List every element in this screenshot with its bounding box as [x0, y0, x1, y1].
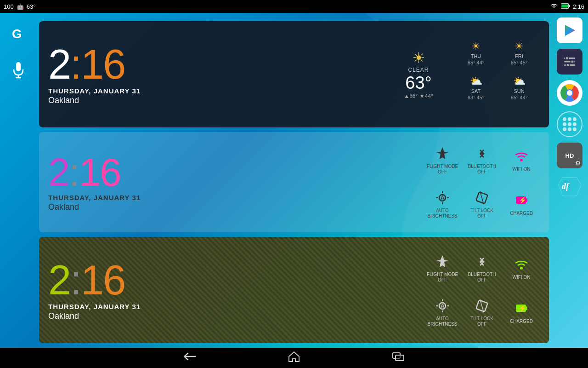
- clock: 2:16: [573, 3, 584, 10]
- left-sidebar: G: [0, 13, 37, 348]
- svg-point-19: [520, 159, 523, 161]
- svg-point-11: [565, 57, 569, 60]
- weather-range-1: ▲66° ▼44°: [404, 93, 433, 99]
- toggle-flight-3[interactable]: FLIGHT MODEOFF: [424, 247, 461, 289]
- clock-section-1: 2:16 THURSDAY, JANUARY 31 Oakland: [48, 44, 177, 105]
- svg-point-31: [520, 267, 523, 270]
- forecast-thu: ☀ THU 65° 44°: [455, 40, 497, 74]
- clock-section-2: 2:16 THURSDAY, JANUARY 31 Oakland: [48, 153, 177, 212]
- svg-point-12: [571, 60, 574, 63]
- clock-time-1: 2:16: [48, 44, 177, 85]
- df-icon[interactable]: df: [557, 174, 582, 200]
- main-content: 2:16 THURSDAY, JANUARY 31 Oakland ☀ CLEA…: [37, 17, 551, 348]
- forecast-sun: ⛅ SUN 65° 44°: [498, 75, 540, 109]
- toggle-bluetooth-3[interactable]: BLUETOOTHOFF: [464, 247, 500, 289]
- hour-2: 2: [48, 150, 69, 194]
- weather-1: ☀ CLEAR 63° ▲66° ▼44° ☀ THU 65° 44° ☀: [186, 40, 540, 109]
- toggle-bluetooth-2[interactable]: BLUETOOTHOFF: [464, 139, 500, 181]
- status-bar: 100 🤖 63° 2:16: [0, 0, 588, 13]
- widget-2: 2:16 THURSDAY, JANUARY 31 Oakland FLIGHT…: [39, 132, 549, 232]
- min-2: 16: [79, 150, 121, 194]
- date-2: THURSDAY, JANUARY 31: [48, 194, 177, 201]
- google-icon[interactable]: G: [7, 22, 30, 45]
- toggle-charged-3[interactable]: ⚡ CHARGED: [503, 292, 540, 333]
- battery-icon: [561, 3, 570, 10]
- svg-text:A: A: [441, 195, 445, 201]
- weather-label-1: CLEAR: [408, 67, 429, 73]
- toggle-wifi-3[interactable]: WIFI ON: [503, 247, 540, 289]
- svg-text:G: G: [12, 27, 22, 41]
- status-bar-left: 100 🤖 63°: [4, 3, 35, 10]
- date-3: THURSDAY, JANUARY 31: [48, 303, 177, 310]
- city-1: Oakland: [48, 96, 177, 105]
- back-button[interactable]: [183, 351, 196, 364]
- toggle-charged-2[interactable]: ⚡ CHARGED: [503, 184, 540, 225]
- svg-rect-44: [396, 355, 404, 361]
- date-1: THURSDAY, JANUARY 31: [48, 87, 177, 95]
- forecast-sat: ⛅ SAT 63° 45°: [455, 75, 497, 109]
- svg-rect-1: [569, 5, 570, 7]
- apps-icon[interactable]: [557, 111, 582, 137]
- temperature: 63°: [27, 3, 36, 10]
- svg-rect-4: [16, 62, 21, 71]
- home-button[interactable]: [288, 351, 300, 365]
- svg-text:⚡: ⚡: [519, 305, 527, 312]
- hour-3: 2: [48, 257, 70, 303]
- toggle-wifi-2[interactable]: WIFI ON: [503, 139, 540, 181]
- hd-icon[interactable]: HD ⚙: [557, 143, 582, 168]
- forecast-fri: ☀ FRI 65° 45°: [498, 40, 540, 74]
- weather-sun-icon: ☀: [412, 49, 425, 67]
- svg-marker-7: [565, 25, 575, 36]
- recent-button[interactable]: [392, 351, 405, 365]
- toggle-brightness-2[interactable]: A AUTOBRIGHTNESS: [424, 184, 461, 225]
- min-3: 16: [81, 257, 125, 303]
- toggle-tilt-3[interactable]: TILT LOCKOFF: [464, 292, 500, 333]
- svg-text:df: df: [562, 182, 570, 191]
- clock-time-3: 2:16: [48, 259, 177, 301]
- colon-1: :: [70, 41, 81, 87]
- mic-icon[interactable]: [7, 59, 30, 82]
- widget-1: 2:16 THURSDAY, JANUARY 31 Oakland ☀ CLEA…: [39, 21, 549, 127]
- toggles-3: FLIGHT MODEOFF BLUETOOTHOFF WIFI ON: [424, 247, 540, 333]
- current-weather-1: ☀ CLEAR 63° ▲66° ▼44°: [396, 49, 441, 99]
- toggles-2: FLIGHT MODEOFF BLUETOOTHOFF WIFI ON: [424, 139, 540, 225]
- settings-icon[interactable]: [557, 49, 582, 75]
- status-bar-right: 2:16: [550, 3, 584, 11]
- android-icon: 🤖: [17, 3, 24, 10]
- city-2: Oakland: [48, 202, 177, 212]
- battery-level: 100: [4, 3, 14, 10]
- clock-section-3: 2:16 THURSDAY, JANUARY 31 Oakland: [48, 259, 177, 321]
- colon-3: :: [70, 257, 81, 303]
- chrome-icon[interactable]: [557, 80, 582, 106]
- toggle-brightness-3[interactable]: A AUTOBRIGHTNESS: [424, 292, 461, 333]
- svg-text:⚡: ⚡: [519, 196, 527, 204]
- svg-point-13: [566, 63, 570, 67]
- min-1: 16: [81, 41, 125, 87]
- toggle-tilt-2[interactable]: TILT LOCKOFF: [464, 184, 500, 225]
- wifi-icon: [550, 3, 558, 11]
- play-store-icon[interactable]: [557, 17, 582, 43]
- hour-1: 2: [48, 41, 70, 87]
- nav-bar: [0, 348, 588, 368]
- svg-point-16: [567, 90, 572, 96]
- svg-text:A: A: [441, 303, 445, 309]
- city-3: Oakland: [48, 311, 177, 321]
- toggle-flight-2[interactable]: FLIGHT MODEOFF: [424, 139, 461, 181]
- svg-rect-2: [561, 4, 568, 7]
- right-sidebar: HD ⚙ df: [551, 13, 588, 348]
- weather-temp-1: 63°: [405, 73, 431, 93]
- colon-2: :: [69, 150, 79, 194]
- clock-time-2: 2:16: [48, 153, 177, 192]
- forecast-grid-1: ☀ THU 65° 44° ☀ FRI 65° 45° ⛅ SAT 63° 45…: [455, 40, 540, 109]
- widget-3: 2:16 THURSDAY, JANUARY 31 Oakland FLIGHT…: [39, 237, 549, 343]
